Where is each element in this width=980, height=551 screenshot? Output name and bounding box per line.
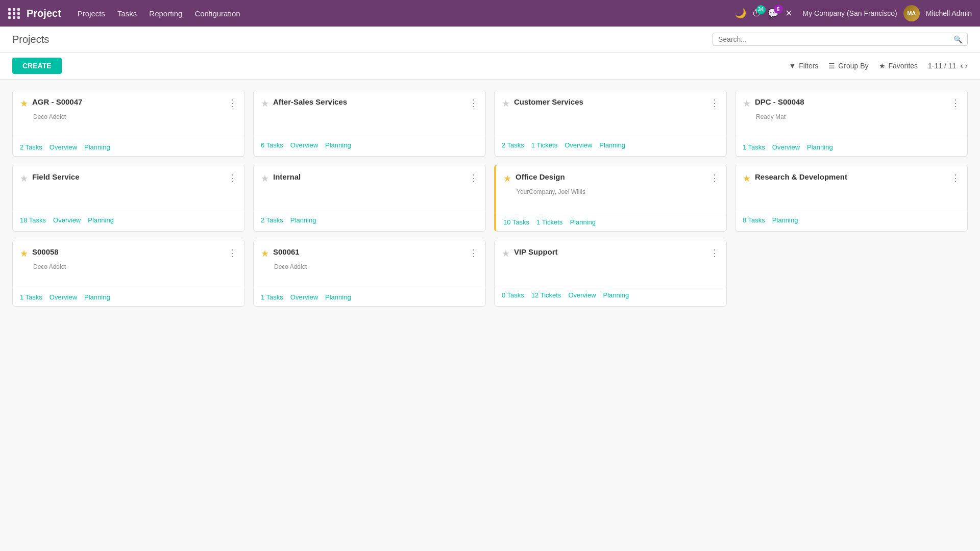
card-menu-icon[interactable]: ⋮ (228, 97, 237, 109)
tasks-link[interactable]: 1 Tasks (261, 293, 283, 301)
card-header: ★VIP Support⋮ (495, 240, 726, 263)
card-subtitle: Deco Addict (33, 263, 237, 270)
pagination-text: 1-11 / 11 (928, 62, 956, 70)
footer-link-overview[interactable]: Overview (290, 293, 318, 301)
footer-link-overview[interactable]: Overview (568, 291, 596, 299)
footer-link-planning[interactable]: Planning (603, 291, 629, 299)
tasks-link[interactable]: 2 Tasks (261, 216, 283, 224)
footer-link-planning[interactable]: Planning (570, 218, 596, 226)
tasks-link[interactable]: 2 Tasks (502, 141, 524, 149)
card-title[interactable]: Office Design (516, 172, 706, 181)
star-icon[interactable]: ★ (503, 173, 511, 184)
card-menu-icon[interactable]: ⋮ (228, 172, 237, 184)
star-icon[interactable]: ★ (20, 248, 28, 259)
avatar[interactable]: MA (903, 5, 920, 21)
star-icon[interactable]: ★ (20, 98, 28, 109)
footer-link-planning[interactable]: Planning (772, 216, 798, 224)
star-icon[interactable]: ★ (261, 98, 269, 109)
tasks-link[interactable]: 0 Tasks (502, 291, 524, 299)
tickets-link[interactable]: 12 Tickets (531, 291, 561, 299)
card-menu-icon[interactable]: ⋮ (469, 97, 478, 109)
grid-menu-icon[interactable] (8, 8, 20, 19)
tickets-link[interactable]: 1 Tickets (536, 218, 562, 226)
star-icon[interactable]: ★ (261, 248, 269, 259)
card-title[interactable]: VIP Support (514, 247, 706, 256)
prev-page-button[interactable]: ‹ (960, 61, 963, 70)
tasks-link[interactable]: 2 Tasks (20, 143, 42, 151)
footer-link-planning[interactable]: Planning (88, 216, 114, 224)
card-menu-icon[interactable]: ⋮ (469, 247, 478, 259)
toolbar: CREATE ▼ Filters ☰ Group By ★ Favorites … (0, 53, 980, 80)
star-icon[interactable]: ★ (743, 98, 751, 109)
tasks-link[interactable]: 8 Tasks (743, 216, 765, 224)
card-header: ★Customer Services⋮ (495, 90, 726, 113)
project-card-research-development: ★Research & Development⋮8 TasksPlanning (735, 165, 968, 232)
card-title[interactable]: AGR - S00047 (32, 97, 224, 106)
next-page-button[interactable]: › (965, 61, 968, 70)
card-header: ★Internal⋮ (254, 165, 485, 188)
footer-link-overview[interactable]: Overview (50, 143, 77, 151)
star-icon[interactable]: ★ (261, 173, 269, 184)
card-footer: 6 TasksOverviewPlanning (254, 136, 485, 154)
tasks-link[interactable]: 1 Tasks (20, 293, 42, 301)
footer-link-planning[interactable]: Planning (84, 143, 110, 151)
project-card-internal: ★Internal⋮2 TasksPlanning (253, 165, 486, 232)
card-menu-icon[interactable]: ⋮ (710, 97, 719, 109)
close-icon[interactable]: ✕ (785, 8, 793, 19)
tasks-link[interactable]: 18 Tasks (20, 216, 46, 224)
activity-icon[interactable]: ⏱ 34 (752, 8, 762, 19)
filters-button[interactable]: ▼ Filters (789, 62, 818, 70)
project-card-vip-support: ★VIP Support⋮0 Tasks12 TicketsOverviewPl… (494, 240, 727, 307)
footer-link-planning[interactable]: Planning (807, 143, 833, 151)
card-menu-icon[interactable]: ⋮ (710, 247, 719, 259)
nav-tasks[interactable]: Tasks (117, 7, 137, 20)
card-menu-icon[interactable]: ⋮ (228, 247, 237, 259)
footer-link-planning[interactable]: Planning (325, 141, 351, 149)
footer-link-planning[interactable]: Planning (84, 293, 110, 301)
search-input[interactable] (718, 35, 953, 43)
star-icon[interactable]: ★ (502, 248, 510, 259)
footer-link-overview[interactable]: Overview (53, 216, 81, 224)
card-title[interactable]: After-Sales Services (273, 97, 465, 106)
navbar-right: 🌙 ⏱ 34 💬 5 ✕ My Company (San Francisco) … (735, 5, 972, 21)
card-header: ★Research & Development⋮ (736, 165, 967, 188)
card-menu-icon[interactable]: ⋮ (951, 97, 960, 109)
tickets-link[interactable]: 1 Tickets (531, 141, 557, 149)
star-icon[interactable]: ★ (502, 98, 510, 109)
star-icon[interactable]: ★ (20, 173, 28, 184)
card-title[interactable]: Research & Development (755, 172, 947, 181)
card-menu-icon[interactable]: ⋮ (951, 172, 960, 184)
star-icon[interactable]: ★ (743, 173, 751, 184)
card-title[interactable]: S00061 (273, 247, 465, 256)
search-bar: 🔍 (713, 33, 968, 46)
create-button[interactable]: CREATE (12, 58, 62, 74)
messages-icon[interactable]: 💬 5 (768, 8, 779, 19)
footer-link-overview[interactable]: Overview (565, 141, 592, 149)
moon-icon[interactable]: 🌙 (735, 8, 746, 19)
nav-configuration[interactable]: Configuration (194, 7, 240, 20)
footer-link-overview[interactable]: Overview (50, 293, 77, 301)
tasks-link[interactable]: 10 Tasks (503, 218, 529, 226)
footer-link-planning[interactable]: Planning (325, 293, 351, 301)
footer-link-planning[interactable]: Planning (599, 141, 625, 149)
group-by-button[interactable]: ☰ Group By (828, 62, 868, 70)
favorites-button[interactable]: ★ Favorites (879, 62, 918, 70)
page-title: Projects (12, 34, 713, 45)
card-menu-icon[interactable]: ⋮ (469, 172, 478, 184)
card-title[interactable]: Field Service (32, 172, 224, 181)
card-title[interactable]: DPC - S00048 (755, 97, 947, 106)
tasks-link[interactable]: 1 Tasks (743, 143, 765, 151)
tasks-link[interactable]: 6 Tasks (261, 141, 283, 149)
project-card-field-service: ★Field Service⋮18 TasksOverviewPlanning (12, 165, 245, 232)
card-title[interactable]: Customer Services (514, 97, 706, 106)
main-content: ★AGR - S00047⋮Deco Addict2 TasksOverview… (0, 80, 980, 317)
card-title[interactable]: S00058 (32, 247, 224, 256)
navbar: Project Projects Tasks Reporting Configu… (0, 0, 980, 27)
footer-link-overview[interactable]: Overview (290, 141, 318, 149)
nav-projects[interactable]: Projects (78, 7, 105, 20)
footer-link-overview[interactable]: Overview (772, 143, 800, 151)
card-title[interactable]: Internal (273, 172, 465, 181)
card-menu-icon[interactable]: ⋮ (710, 172, 719, 184)
nav-reporting[interactable]: Reporting (149, 7, 182, 20)
footer-link-planning[interactable]: Planning (290, 216, 316, 224)
